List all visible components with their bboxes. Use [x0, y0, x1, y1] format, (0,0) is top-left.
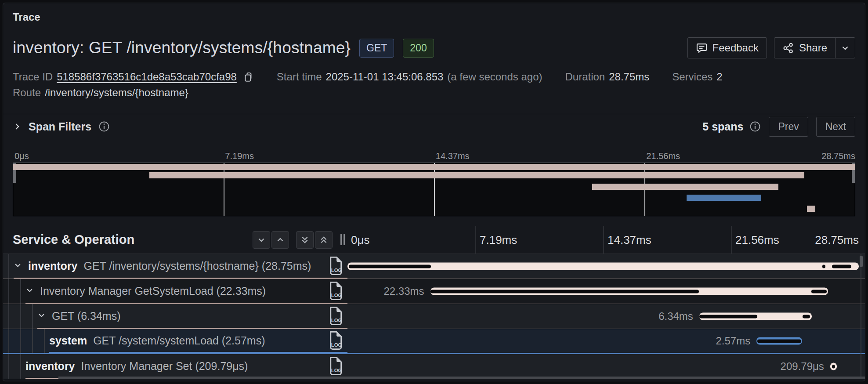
span-bar[interactable] [830, 363, 837, 370]
start-time-label: Start time [277, 71, 322, 83]
column-resize-handle[interactable] [340, 234, 345, 245]
tick-label: 21.56ms [646, 151, 680, 161]
gridline [224, 163, 224, 216]
info-icon[interactable] [749, 121, 761, 132]
trace-section-label: Trace [13, 11, 855, 24]
span-timeline-cell[interactable]: 6.34ms [347, 304, 865, 329]
prev-span-button[interactable]: Prev [769, 117, 808, 137]
indent-guide [44, 329, 45, 353]
logs-icon[interactable]: LOG [328, 282, 343, 300]
chevron-right-icon [13, 122, 22, 131]
svg-text:LOG: LOG [331, 293, 342, 298]
trace-table: Service & Operation [3, 226, 865, 379]
trace-id-label: Trace ID [13, 71, 53, 83]
span-bar[interactable] [347, 263, 859, 270]
table-row[interactable]: inventory Inventory Manager Set (209.79μ… [3, 354, 865, 379]
table-row[interactable]: inventory GET /inventory/systems/{hostna… [3, 254, 865, 279]
share-button[interactable]: Share [774, 38, 835, 58]
span-timeline-cell[interactable]: 2.57ms [347, 329, 865, 353]
span-rows: inventory GET /inventory/systems/{hostna… [3, 254, 865, 379]
minimap-span-bar [592, 184, 778, 190]
svg-text:LOG: LOG [331, 318, 342, 323]
collapse-one-button[interactable] [271, 231, 289, 249]
route-value: /inventory/systems/{hostname} [45, 87, 188, 99]
critical-path-segment [832, 264, 851, 268]
scrollbar-thumb[interactable] [860, 256, 863, 267]
services-label: Services [672, 71, 712, 83]
copy-icon[interactable] [242, 71, 254, 83]
indent-guide [8, 354, 9, 379]
minimap-span-bar [687, 195, 762, 201]
tick-label: 0μs [14, 151, 29, 161]
expand-all-button[interactable] [296, 231, 314, 249]
indent-guide [8, 254, 9, 279]
chevron-down-icon[interactable] [14, 261, 22, 271]
trace-panel: Trace inventory: GET /inventory/systems/… [3, 3, 865, 381]
service-name: inventory [28, 260, 78, 272]
tick-label: 0μs [351, 233, 369, 247]
chevron-down-icon [257, 235, 266, 244]
logs-icon[interactable]: LOG [328, 307, 343, 325]
tick-label: 28.75ms [821, 151, 855, 161]
indent-guide [32, 329, 33, 353]
header-actions: Feedback Share [687, 37, 855, 58]
next-span-button[interactable]: Next [816, 117, 855, 137]
comment-icon [696, 42, 708, 54]
gridline [603, 226, 604, 254]
span-bar[interactable] [756, 337, 802, 345]
logs-icon[interactable]: LOG [328, 331, 343, 350]
table-row[interactable]: GET (6.34ms) LOG 6.34ms [3, 304, 865, 329]
span-name-cell[interactable]: system GET /system/systemLoad (2.57ms) L… [3, 329, 347, 353]
logs-icon[interactable]: LOG [328, 357, 343, 375]
trace-meta-row: Trace ID 518586f3763516c1de8a53cab70cfa9… [13, 70, 855, 84]
gridline [475, 226, 476, 254]
span-bar[interactable] [430, 288, 828, 295]
table-row[interactable]: Inventory Manager GetSystemLoad (22.33ms… [3, 279, 865, 304]
duration-group: Duration 28.75ms [565, 71, 649, 83]
feedback-button[interactable]: Feedback [687, 37, 767, 58]
double-chevron-down-icon [300, 235, 309, 244]
svg-text:LOG: LOG [331, 342, 342, 348]
critical-path-segment [699, 315, 757, 318]
operation-name: Inventory Manager GetSystemLoad (22.33ms… [40, 285, 322, 297]
scrollbar-track [861, 254, 861, 379]
span-duration-label: 2.57ms [716, 335, 756, 347]
share-dropdown-button[interactable] [835, 38, 855, 58]
start-time-group: Start time 2025-11-01 13:45:06.853 (a fe… [277, 71, 542, 83]
route-row: Route /inventory/systems/{hostname} [13, 86, 855, 100]
info-icon[interactable] [98, 121, 110, 132]
critical-path-segment [430, 290, 699, 293]
tick-label: 14.37ms [608, 233, 651, 247]
span-name-cell[interactable]: inventory Inventory Manager Set (209.79μ… [3, 354, 347, 379]
span-name-cell[interactable]: Inventory Manager GetSystemLoad (22.33ms… [3, 279, 347, 304]
expand-one-button[interactable] [253, 231, 270, 249]
minimap-tick-labels: 0μs 7.19ms 14.37ms 21.56ms 28.75ms [13, 151, 855, 162]
span-timeline-cell[interactable]: 22.33ms [347, 279, 865, 304]
critical-path-segment [349, 264, 430, 268]
span-bar[interactable] [699, 313, 812, 320]
svg-text:LOG: LOG [331, 368, 342, 373]
critical-path-segment [757, 339, 801, 343]
critical-path-segment [811, 290, 826, 293]
bottom-scrollbar[interactable] [58, 377, 865, 379]
gridline [434, 163, 435, 216]
chevron-down-icon[interactable] [37, 311, 46, 321]
minimap-span-bar [13, 164, 855, 170]
table-row[interactable]: system GET /system/systemLoad (2.57ms) L… [3, 329, 865, 354]
minimap-canvas[interactable] [13, 163, 855, 216]
timeline-header: 0μs 7.19ms 14.37ms 21.56ms 28.75ms [347, 226, 865, 254]
chevron-down-icon[interactable] [25, 286, 34, 296]
span-name-cell[interactable]: GET (6.34ms) LOG [3, 304, 347, 329]
trace-id-value[interactable]: 518586f3763516c1de8a53cab70cfa98 [57, 71, 237, 83]
title-row: inventory: GET /inventory/systems/{hostn… [13, 34, 855, 62]
span-name-cell[interactable]: inventory GET /inventory/systems/{hostna… [3, 254, 347, 279]
span-timeline-cell[interactable]: 209.79μs [347, 354, 865, 379]
tick-label: 7.19ms [225, 151, 254, 161]
indent-guide [8, 279, 9, 304]
span-timeline-cell[interactable] [347, 254, 865, 279]
logs-icon[interactable]: LOG [328, 257, 343, 275]
span-filters-toggle[interactable]: Span Filters [13, 120, 110, 133]
indent-guide [20, 304, 21, 329]
collapse-all-button[interactable] [315, 231, 333, 249]
minimap-span-bar [807, 206, 815, 212]
